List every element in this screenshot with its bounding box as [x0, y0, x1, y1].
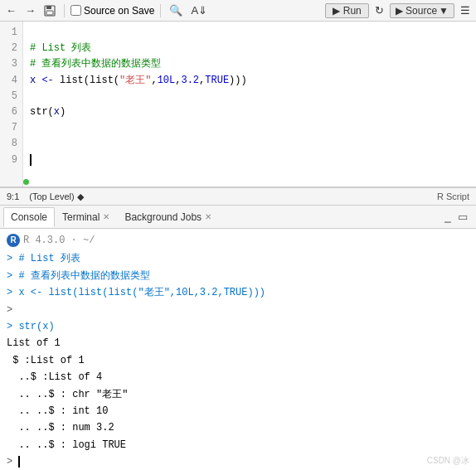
console-line-12: .. ..$ : logi TRUE	[7, 437, 469, 453]
console-line-8: ..$ :List of 4	[7, 369, 469, 385]
console-line-3: > x <- list(list(list("老王",10L,3.2,TRUE)…	[7, 284, 469, 301]
maximize-button[interactable]: ▭	[456, 211, 469, 223]
search-button[interactable]: 🔍	[167, 3, 185, 17]
status-bar: 9:1 (Top Level) ◆ R Script	[0, 187, 476, 206]
tab-terminal-label: Terminal	[62, 211, 100, 223]
tab-terminal-close[interactable]: ✕	[103, 213, 109, 221]
code-line-4: x <- list(list("老王",10L,3.2,TRUE)))	[30, 73, 469, 89]
console-panel: Console Terminal ✕ Background Jobs ✕ ⎯ ▭…	[0, 206, 476, 470]
r-version: R 4.3.0 · ~/	[23, 232, 95, 249]
rerun-button[interactable]: ↻	[372, 3, 386, 17]
code-line-9	[30, 153, 469, 168]
console-line-4: >	[7, 302, 469, 318]
tab-actions: ⎯ ▭	[443, 211, 473, 223]
console-line-11: .. ..$ : num 3.2	[7, 419, 469, 436]
tab-bar: Console Terminal ✕ Background Jobs ✕ ⎯ ▭	[0, 206, 476, 229]
file-type: R Script	[437, 191, 469, 201]
save-button[interactable]	[41, 4, 58, 17]
console-line-7: $ :List of 1	[7, 352, 469, 369]
separator-1	[64, 4, 65, 17]
menu-button[interactable]: ☰	[458, 3, 473, 17]
tab-background-jobs[interactable]: Background Jobs ✕	[117, 207, 219, 227]
run-button[interactable]: ▶ Run	[325, 3, 368, 18]
code-line-7	[30, 120, 469, 136]
green-dot-indicator	[23, 179, 29, 185]
tab-background-jobs-label: Background Jobs	[124, 211, 202, 223]
minimize-button[interactable]: ⎯	[443, 211, 453, 223]
format-button[interactable]: A⇓	[188, 3, 210, 17]
code-line-8	[30, 136, 469, 152]
source-dropdown-icon: ▼	[439, 5, 449, 17]
code-line-3: # 查看列表中数据的数据类型	[30, 56, 469, 72]
console-line-1: > # List 列表	[7, 250, 469, 267]
source-on-save-checkbox[interactable]	[70, 5, 81, 16]
source-label: ▶ Source	[396, 5, 437, 17]
code-line-1	[30, 25, 469, 41]
console-line-10: .. ..$ : int 10	[7, 403, 469, 419]
separator-2	[160, 4, 161, 17]
redo-button[interactable]: →	[22, 3, 38, 17]
toolbar: ← → Source on Save 🔍 A⇓ ▶ Run ↻ ▶ Source…	[0, 0, 476, 22]
console-line-2: > # 查看列表中数据的数据类型	[7, 268, 469, 284]
code-line-2: # List 列表	[30, 41, 469, 56]
code-line-5	[30, 89, 469, 104]
line-numbers: 1 2 3 4 5 6 7 8 9	[0, 22, 23, 187]
console-line-6: List of 1	[7, 335, 469, 351]
r-icon: R	[7, 234, 20, 247]
code-line-6: str(x)	[30, 104, 469, 120]
source-on-save-label[interactable]: Source on Save	[70, 5, 154, 17]
console-line-13: >	[7, 453, 469, 470]
tab-background-jobs-close[interactable]: ✕	[205, 213, 211, 221]
tab-console-label: Console	[11, 211, 47, 223]
console-line-9: .. ..$ : chr "老王"	[7, 386, 469, 403]
source-on-save-text: Source on Save	[84, 5, 154, 17]
tab-terminal[interactable]: Terminal ✕	[55, 207, 117, 227]
source-button[interactable]: ▶ Source ▼	[390, 3, 454, 18]
cursor-position: 9:1	[7, 191, 19, 201]
code-content[interactable]: # List 列表 # 查看列表中数据的数据类型 x <- list(list(…	[23, 22, 476, 187]
svg-rect-1	[46, 6, 51, 9]
console-line-5: > str(x)	[7, 318, 469, 335]
tab-console[interactable]: Console	[3, 207, 55, 227]
code-editor[interactable]: 1 2 3 4 5 6 7 8 9 # List 列表 # 查看列表中数据的数据…	[0, 22, 476, 187]
console-output[interactable]: R R 4.3.0 · ~/ > # List 列表 > # 查看列表中数据的数…	[0, 229, 476, 470]
top-level: (Top Level) ◆	[29, 191, 83, 202]
svg-rect-2	[46, 11, 53, 15]
r-version-line: R R 4.3.0 · ~/	[7, 232, 469, 249]
undo-button[interactable]: ←	[3, 3, 19, 17]
